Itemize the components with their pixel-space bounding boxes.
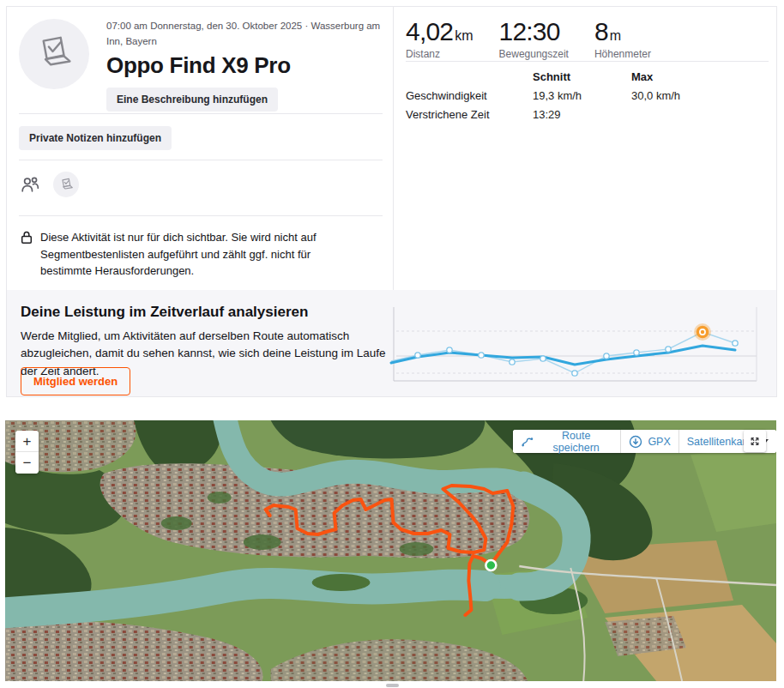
- activity-header-card: 07:00 am Donnerstag, den 30. Oktober 202…: [7, 7, 776, 290]
- add-private-notes-button[interactable]: Private Notizen hinzufügen: [19, 126, 172, 150]
- stat-moving-time-value: 12:30: [499, 17, 560, 45]
- activity-left-column: 07:00 am Donnerstag, den 30. Oktober 202…: [7, 7, 394, 290]
- stat-elevation-unit: m: [610, 28, 621, 43]
- divider: [406, 61, 769, 62]
- stat-moving-time: 12:30 Bewegungszeit: [499, 17, 569, 60]
- stat-distance: 4,02km Distanz: [406, 17, 473, 60]
- download-circle-icon: [629, 435, 642, 449]
- activity-type-badge: [53, 172, 79, 197]
- stat-distance-label: Distanz: [406, 48, 473, 60]
- activity-date-location: 07:00 am Donnerstag, den 30. Oktober 202…: [106, 19, 383, 50]
- fullscreen-icon: [749, 434, 761, 449]
- sparkline-svg: [384, 305, 769, 388]
- add-description-button[interactable]: Eine Beschreibung hinzufügen: [106, 88, 278, 112]
- activity-stats-column: 4,02km Distanz 12:30 Bewegungszeit 8m Hö…: [394, 7, 776, 290]
- stat-distance-unit: km: [455, 28, 473, 43]
- activity-type-avatar: [19, 19, 89, 89]
- laptop-check-icon: [34, 34, 74, 74]
- fullscreen-button[interactable]: [744, 430, 766, 452]
- gpx-label: GPX: [648, 436, 670, 448]
- divider: [19, 113, 383, 114]
- privacy-note: Diese Aktivität ist nur für dich sichtba…: [21, 229, 364, 280]
- performance-sparkline-chart: [384, 305, 769, 388]
- route-icon: [521, 436, 534, 448]
- map-zoom-in-button[interactable]: +: [15, 431, 39, 452]
- divider: [19, 160, 383, 160]
- map-zoom-control: + −: [15, 431, 39, 474]
- activity-page-card: 07:00 am Donnerstag, den 30. Oktober 202…: [6, 6, 777, 397]
- table-row-label-speed: Geschwindigkeit: [406, 89, 533, 102]
- stat-distance-value: 4,02: [406, 17, 453, 45]
- map-toolbar: Route speichern GPX Satellitenkarte: [513, 430, 776, 453]
- table-cell-elapsed-max: [631, 108, 760, 121]
- stat-elevation-label: Höhenmeter: [594, 48, 651, 60]
- table-cell-elapsed-avg: 13:29: [533, 108, 631, 121]
- save-route-label: Route speichern: [540, 430, 612, 454]
- activity-meta-icons: [19, 172, 79, 197]
- upsell-title: Deine Leistung im Zeitverlauf analysiere…: [21, 304, 381, 321]
- athletes-group-icon: [19, 176, 41, 194]
- membership-upsell-banner: Deine Leistung im Zeitverlauf analysiere…: [7, 290, 776, 396]
- satellite-terrain: [5, 420, 776, 681]
- table-header-max: Max: [631, 70, 760, 83]
- stat-elevation: 8m Höhenmeter: [594, 17, 651, 60]
- table-cell-speed-avg: 19,3 km/h: [533, 89, 631, 102]
- details-table: Schnitt Max Geschwindigkeit 19,3 km/h 30…: [406, 70, 760, 121]
- stat-elevation-value: 8: [594, 17, 608, 45]
- lock-icon: [21, 231, 33, 244]
- gpx-download-button[interactable]: GPX: [620, 430, 678, 453]
- table-corner: [406, 70, 533, 83]
- table-row-label-elapsed: Verstrichene Zeit: [406, 108, 533, 121]
- map-zoom-out-button[interactable]: −: [15, 452, 39, 474]
- become-member-button[interactable]: Mitglied werden: [21, 367, 130, 395]
- table-header-schnitt: Schnitt: [533, 70, 631, 83]
- route-map[interactable]: + − Route speichern GPX Satellitenkarte: [5, 420, 776, 681]
- activity-title: Oppo Find X9 Pro: [106, 52, 383, 79]
- laptop-check-icon: [59, 178, 74, 192]
- save-route-button[interactable]: Route speichern: [513, 430, 620, 453]
- stat-moving-time-label: Bewegungszeit: [499, 48, 569, 60]
- privacy-text: Diese Aktivität ist nur für dich sichtba…: [40, 229, 359, 280]
- horizontal-scrollbar-thumb[interactable]: [386, 684, 399, 687]
- divider: [19, 215, 383, 216]
- primary-stats: 4,02km Distanz 12:30 Bewegungszeit 8m Hö…: [406, 17, 651, 60]
- table-cell-speed-max: 30,0 km/h: [631, 89, 760, 102]
